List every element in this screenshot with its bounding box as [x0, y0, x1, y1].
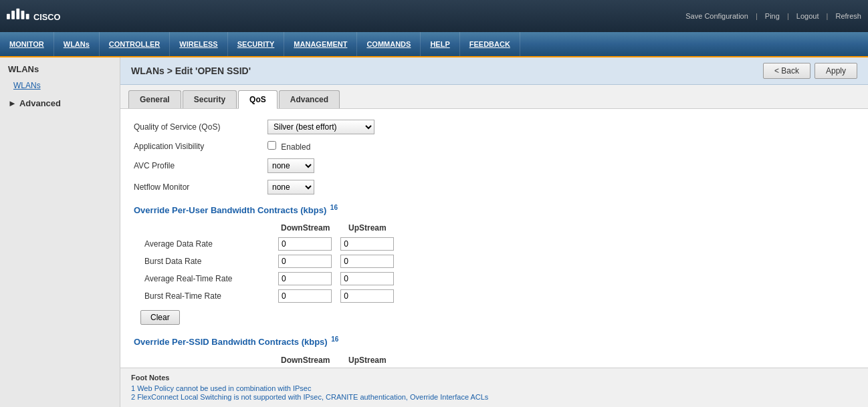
per-ssid-section-heading: Override Per-SSID Bandwidth Contracts (k…: [134, 335, 855, 347]
nav-commands[interactable]: COMMANDS: [357, 32, 421, 56]
svg-text:CISCO: CISCO: [33, 12, 60, 22]
per-user-avg-realtime-rate-upstream[interactable]: [340, 272, 394, 285]
per-user-clear-button[interactable]: Clear: [140, 310, 180, 325]
per-user-burst-data-rate-downstream-cell: [274, 253, 336, 270]
per-ssid-downstream-header: DownStream: [274, 353, 336, 368]
back-button[interactable]: < Back: [763, 63, 810, 79]
netflow-monitor-control: none: [267, 180, 314, 194]
svg-rect-1: [11, 11, 15, 19]
svg-rect-4: [26, 14, 29, 19]
per-user-avg-data-rate-row: Average Data Rate: [140, 235, 398, 253]
per-user-burst-realtime-rate-upstream-cell: [336, 287, 398, 305]
per-user-table: DownStream UpStream Average Data Rate: [140, 221, 398, 305]
app-visibility-control: Enabled: [267, 141, 310, 152]
app-visibility-checkbox[interactable]: [267, 141, 276, 150]
avc-profile-row: AVC Profile none: [134, 158, 855, 173]
netflow-monitor-label: Netflow Monitor: [134, 182, 267, 192]
app-visibility-enabled-label: Enabled: [281, 142, 310, 152]
per-ssid-header-row: DownStream UpStream: [140, 353, 398, 368]
main-layout: WLANs WLANs ► Advanced WLANs > Edit 'OPE…: [0, 57, 868, 407]
save-config-link[interactable]: Save Configuration: [685, 12, 748, 20]
page-header-buttons: < Back Apply: [763, 63, 857, 79]
per-ssid-empty-header: [140, 353, 274, 368]
per-user-section-heading: Override Per-User Bandwidth Contracts (k…: [134, 204, 855, 215]
netflow-monitor-select[interactable]: none: [267, 180, 314, 194]
top-bar: CISCO Save Configuration | Ping | Logout…: [0, 0, 868, 32]
svg-rect-2: [16, 9, 19, 19]
netflow-monitor-row: Netflow Monitor none: [134, 180, 855, 194]
footnote-1-link[interactable]: 1 Web Policy cannot be used in combinati…: [131, 384, 311, 392]
tab-advanced[interactable]: Advanced: [279, 90, 340, 108]
footnote-2-link[interactable]: 2 FlexConnect Local Switching is not sup…: [131, 393, 488, 401]
content-scroll[interactable]: Quality of Service (QoS) Silver (best ef…: [120, 109, 868, 368]
avc-profile-select[interactable]: none: [267, 158, 314, 173]
per-user-burst-data-rate-label: Burst Data Rate: [140, 253, 274, 270]
per-user-avg-realtime-rate-row: Average Real-Time Rate: [140, 270, 398, 287]
ping-link[interactable]: Ping: [765, 12, 780, 20]
per-user-avg-realtime-rate-downstream-cell: [274, 270, 336, 287]
qos-label: Quality of Service (QoS): [134, 122, 267, 132]
per-user-empty-header: [140, 221, 274, 235]
app-visibility-label: Application Visibility: [134, 142, 267, 151]
per-user-burst-data-rate-row: Burst Data Rate: [140, 253, 398, 270]
svg-rect-3: [21, 11, 25, 19]
tab-qos[interactable]: QoS: [238, 90, 278, 109]
page-header: WLANs > Edit 'OPEN SSID' < Back Apply: [120, 57, 868, 85]
nav-wlans[interactable]: WLANs: [54, 32, 100, 56]
per-user-burst-realtime-rate-upstream[interactable]: [340, 289, 394, 303]
cisco-logo: CISCO: [7, 5, 60, 27]
logout-link[interactable]: Logout: [796, 12, 819, 20]
avc-profile-control: none: [267, 158, 314, 173]
nav-bar: MONITOR WLANs CONTROLLER WIRELESS SECURI…: [0, 32, 868, 57]
nav-feedback[interactable]: FEEDBACK: [460, 32, 520, 56]
nav-wireless[interactable]: WIRELESS: [170, 32, 227, 56]
per-user-avg-realtime-rate-label: Average Real-Time Rate: [140, 270, 274, 287]
nav-security[interactable]: SECURITY: [228, 32, 285, 56]
qos-select-wrapper: Silver (best effort) Gold (video) Platin…: [267, 120, 374, 134]
tab-security[interactable]: Security: [183, 90, 237, 108]
per-user-avg-data-rate-upstream[interactable]: [340, 237, 394, 251]
per-user-bandwidth-table: DownStream UpStream Average Data Rate: [140, 221, 855, 305]
per-user-burst-data-rate-downstream[interactable]: [278, 255, 332, 268]
per-user-title: Override Per-User Bandwidth Contracts (k…: [134, 205, 326, 215]
refresh-link[interactable]: Refresh: [835, 12, 861, 20]
sidebar-advanced-label: Advanced: [19, 98, 61, 108]
sidebar: WLANs WLANs ► Advanced: [0, 57, 120, 407]
per-user-burst-data-rate-upstream[interactable]: [340, 255, 394, 268]
nav-monitor[interactable]: MONITOR: [0, 32, 54, 56]
per-user-burst-realtime-rate-row: Burst Real-Time Rate: [140, 287, 398, 305]
form-area: Quality of Service (QoS) Silver (best ef…: [120, 109, 868, 368]
qos-select[interactable]: Silver (best effort) Gold (video) Platin…: [267, 120, 374, 134]
app-visibility-row: Application Visibility Enabled: [134, 141, 855, 152]
apply-button[interactable]: Apply: [815, 63, 857, 79]
per-user-avg-data-rate-downstream[interactable]: [278, 237, 332, 251]
footnote-2: 2 FlexConnect Local Switching is not sup…: [131, 393, 857, 401]
tab-general[interactable]: General: [128, 90, 181, 108]
chevron-right-icon: ►: [8, 98, 17, 108]
footnote-1: 1 Web Policy cannot be used in combinati…: [131, 384, 857, 392]
sidebar-item-wlans[interactable]: WLANs: [0, 78, 120, 93]
top-bar-links: Save Configuration | Ping | Logout | Ref…: [680, 12, 861, 20]
per-user-avg-data-rate-downstream-cell: [274, 235, 336, 253]
nav-controller[interactable]: CONTROLLER: [100, 32, 170, 56]
per-user-avg-realtime-rate-downstream[interactable]: [278, 272, 332, 285]
svg-rect-0: [7, 14, 10, 19]
per-user-header-row: DownStream UpStream: [140, 221, 398, 235]
sidebar-section-title: WLANs: [0, 57, 120, 78]
per-user-upstream-header: UpStream: [336, 221, 398, 235]
avc-profile-label: AVC Profile: [134, 161, 267, 170]
nav-management[interactable]: MANAGEMENT: [284, 32, 357, 56]
per-user-avg-data-rate-upstream-cell: [336, 235, 398, 253]
per-ssid-bandwidth-table: DownStream UpStream Average Data Rate: [140, 353, 855, 368]
foot-notes-title: Foot Notes: [131, 374, 857, 382]
nav-help[interactable]: HELP: [421, 32, 459, 56]
per-ssid-upstream-header: UpStream: [336, 353, 398, 368]
sidebar-advanced[interactable]: ► Advanced: [0, 93, 120, 114]
tabs: General Security QoS Advanced: [120, 85, 868, 109]
per-ssid-table: DownStream UpStream Average Data Rate: [140, 353, 398, 368]
per-user-avg-realtime-rate-upstream-cell: [336, 270, 398, 287]
per-user-burst-realtime-rate-downstream[interactable]: [278, 289, 332, 303]
per-ssid-title: Override Per-SSID Bandwidth Contracts (k…: [134, 337, 328, 348]
per-user-burst-data-rate-upstream-cell: [336, 253, 398, 270]
per-user-avg-data-rate-label: Average Data Rate: [140, 235, 274, 253]
